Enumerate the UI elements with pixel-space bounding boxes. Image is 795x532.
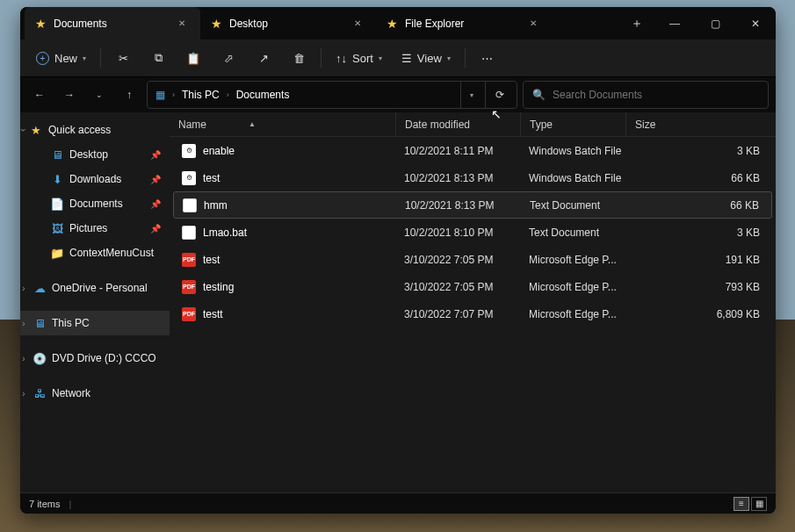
chevron-down-icon: ▾ <box>83 54 86 62</box>
file-name: enable <box>203 145 235 157</box>
file-row[interactable]: PDFtestt 3/10/2022 7:07 PM Microsoft Edg… <box>173 300 772 327</box>
tab-close-button[interactable]: ✕ <box>174 16 190 32</box>
sidebar-item-label: ContextMenuCust <box>69 247 154 259</box>
pin-icon: 📌 <box>150 199 161 209</box>
sidebar-item[interactable]: 📁 ContextMenuCust <box>20 241 170 265</box>
disc-icon: 💿 <box>33 351 47 365</box>
download-icon: ⬇ <box>50 172 64 186</box>
sort-button[interactable]: ↑↓ Sort ▾ <box>327 44 391 72</box>
monitor-icon: 🖥 <box>33 316 47 330</box>
breadcrumb-dropdown[interactable]: ▾ <box>460 82 481 108</box>
sidebar-item[interactable]: 🖼 Pictures 📌 <box>20 216 170 241</box>
file-name: Lmao.bat <box>203 226 247 239</box>
file-date: 3/10/2022 7:05 PM <box>395 254 520 266</box>
recent-button[interactable]: ⌄ <box>87 83 112 107</box>
breadcrumb-seg[interactable]: Documents <box>233 89 293 101</box>
col-type[interactable]: Type <box>520 112 625 136</box>
minimize-button[interactable]: — <box>654 7 695 40</box>
sidebar-this-pc[interactable]: 🖥 This PC <box>20 311 170 335</box>
details-view-button[interactable]: ≡ <box>734 497 749 511</box>
file-row[interactable]: hmm 10/2/2021 8:13 PM Text Document 66 K… <box>173 191 772 219</box>
chevron-right-icon: › <box>172 90 175 99</box>
sidebar-quick-access[interactable]: ★ Quick access <box>20 118 170 142</box>
sidebar-network[interactable]: 🖧 Network <box>20 381 170 406</box>
breadcrumb-seg[interactable]: This PC <box>178 89 223 101</box>
sidebar-dvd[interactable]: 💿 DVD Drive (D:) CCCO <box>20 346 170 370</box>
file-row[interactable]: PDFtest 3/10/2022 7:05 PM Microsoft Edge… <box>173 246 772 273</box>
rename-icon: ⬀ <box>224 52 234 65</box>
file-row[interactable]: ⚙enable 10/2/2021 8:11 PM Windows Batch … <box>173 137 772 164</box>
bat-icon: ⚙ <box>182 171 196 185</box>
chevron-right-icon: › <box>227 90 229 99</box>
new-button[interactable]: + New ▾ <box>27 44 95 72</box>
tab[interactable]: ★ File Explorer ✕ <box>376 7 552 40</box>
share-button[interactable]: ↗ <box>247 44 280 72</box>
search-input[interactable] <box>553 89 759 101</box>
tab-label: Documents <box>54 18 167 30</box>
sidebar-label: Quick access <box>48 124 111 136</box>
up-button[interactable]: ↑ <box>117 83 141 107</box>
sidebar-item[interactable]: 🖥 Desktop 📌 <box>20 142 170 167</box>
trash-icon: 🗑 <box>293 52 305 65</box>
close-button[interactable]: ✕ <box>735 7 776 40</box>
file-name: test <box>203 254 220 266</box>
folder-icon: 📁 <box>50 246 64 260</box>
tab-strip: ★ Documents ✕★ Desktop ✕★ File Explorer … <box>20 7 619 40</box>
file-name: test <box>203 172 220 184</box>
new-label: New <box>54 52 77 65</box>
back-button[interactable]: ← <box>27 83 52 107</box>
file-row[interactable]: PDFtesting 3/10/2022 7:05 PM Microsoft E… <box>173 273 772 300</box>
star-icon: ★ <box>29 123 43 137</box>
star-icon: ★ <box>211 17 222 31</box>
search-box[interactable]: 🔍 <box>523 81 769 109</box>
txt-icon <box>182 226 196 240</box>
copy-button[interactable]: ⧉ <box>141 44 175 72</box>
sort-asc-icon: ▲ <box>249 120 256 128</box>
address-bar: ← → ⌄ ↑ ▦ › This PC › Documents ▾ ⟳ 🔍 <box>20 77 776 112</box>
rename-button[interactable]: ⬀ <box>212 44 245 72</box>
maximize-button[interactable]: ▢ <box>695 7 735 40</box>
delete-button[interactable]: 🗑 <box>282 44 315 72</box>
thumbnails-view-button[interactable]: ▦ <box>751 497 767 511</box>
refresh-button[interactable]: ⟳ <box>485 82 513 108</box>
content: Name ▲ Date modified Type Size ⚙enable 1… <box>170 112 776 492</box>
star-icon: ★ <box>387 17 398 31</box>
view-label: View <box>417 52 442 65</box>
sidebar-item[interactable]: 📄 Documents 📌 <box>20 191 170 216</box>
col-name[interactable]: Name ▲ <box>170 112 395 136</box>
view-button[interactable]: ☰ View ▾ <box>393 44 459 72</box>
file-date: 10/2/2021 8:11 PM <box>395 145 520 157</box>
file-date: 10/2/2021 8:10 PM <box>395 226 520 239</box>
file-row[interactable]: Lmao.bat 10/2/2021 8:10 PM Text Document… <box>173 219 772 246</box>
file-name: testt <box>203 308 223 320</box>
sort-label: Sort <box>352 52 373 65</box>
forward-button[interactable]: → <box>57 83 82 107</box>
cut-button[interactable]: ✂ <box>106 44 140 72</box>
location-folder-icon: ▦ <box>151 86 169 104</box>
network-icon: 🖧 <box>33 386 47 400</box>
more-button[interactable]: ⋯ <box>471 44 504 72</box>
pin-icon: 📌 <box>150 175 161 184</box>
file-date: 10/2/2021 8:13 PM <box>395 172 520 184</box>
file-size: 191 KB <box>625 254 772 266</box>
tab[interactable]: ★ Desktop ✕ <box>200 7 376 40</box>
view-toggle: ≡ ▦ <box>734 497 767 511</box>
file-type: Microsoft Edge P... <box>520 281 625 293</box>
col-size[interactable]: Size <box>625 112 776 136</box>
cut-icon: ✂ <box>119 52 128 65</box>
sidebar-label: OneDrive - Personal <box>52 282 148 294</box>
status-items: 7 items <box>29 499 60 509</box>
tab[interactable]: ★ Documents ✕ <box>25 7 200 40</box>
file-size: 66 KB <box>626 199 771 212</box>
sidebar-item[interactable]: ⬇ Downloads 📌 <box>20 167 170 191</box>
sidebar-onedrive[interactable]: ☁ OneDrive - Personal <box>20 276 170 300</box>
col-date[interactable]: Date modified <box>395 112 520 136</box>
file-row[interactable]: ⚙test 10/2/2021 8:13 PM Windows Batch Fi… <box>173 164 772 191</box>
file-size: 6,809 KB <box>625 308 772 320</box>
breadcrumb[interactable]: ▦ › This PC › Documents ▾ ⟳ <box>147 81 517 109</box>
tab-close-button[interactable]: ✕ <box>525 16 541 32</box>
new-tab-button[interactable]: ＋ <box>619 7 654 40</box>
cloud-icon: ☁ <box>33 281 47 295</box>
paste-button[interactable]: 📋 <box>177 44 210 72</box>
tab-close-button[interactable]: ✕ <box>350 16 365 32</box>
